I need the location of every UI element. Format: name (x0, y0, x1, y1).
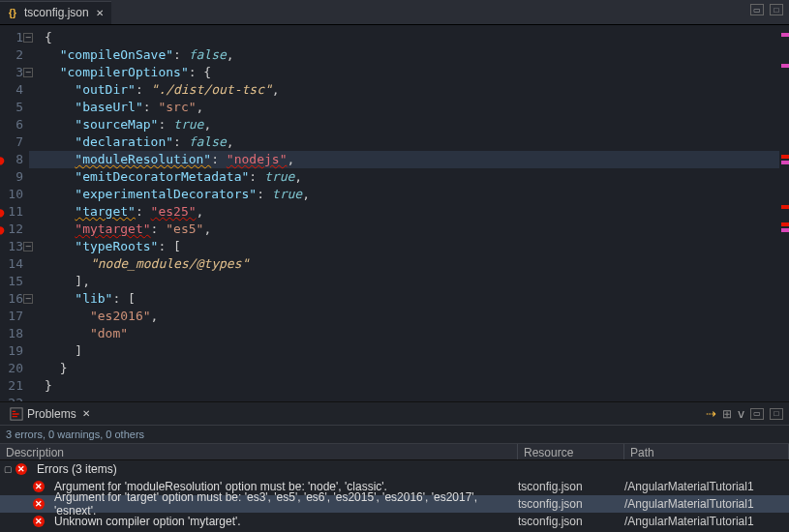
link-icon[interactable]: ⇢ (706, 406, 716, 421)
editor-tab-bar: {} tsconfig.json ✕ ▭ □ (0, 0, 789, 25)
focus-icon[interactable]: ⊞ (722, 407, 732, 421)
tab-title: tsconfig.json (24, 6, 89, 19)
minimize-icon[interactable]: ▭ (750, 4, 764, 15)
problems-list: ▢✕Errors (3 items)✕Argument for 'moduleR… (0, 460, 789, 530)
json-file-icon: {} (6, 6, 19, 19)
overview-ruler (779, 25, 789, 401)
code-area[interactable]: { "compileOnSave": false, "compilerOptio… (29, 25, 779, 401)
problem-row[interactable]: ✕Unknown compiler option 'mytarget'.tsco… (0, 513, 789, 530)
close-icon[interactable]: ✕ (96, 8, 104, 18)
col-resource[interactable]: Resource (518, 444, 624, 459)
tab-problems[interactable]: Problems ✕ (4, 403, 96, 425)
problems-summary: 3 errors, 0 warnings, 0 others (0, 426, 789, 443)
code-editor[interactable]: 12345678910111213141516171819202122 { "c… (0, 25, 789, 401)
minimize-icon[interactable]: ▭ (750, 408, 764, 420)
col-description[interactable]: Description (0, 444, 518, 459)
panel-tab-bar: Problems ✕ ⇢ ⊞ ⅴ ▭ □ (0, 402, 789, 426)
close-icon[interactable]: ✕ (82, 408, 90, 419)
problems-tab-label: Problems (27, 407, 76, 421)
view-menu-icon[interactable]: ⅴ (738, 407, 744, 421)
col-path[interactable]: Path (624, 444, 789, 459)
maximize-icon[interactable]: □ (770, 4, 783, 15)
editor-tab[interactable]: {} tsconfig.json ✕ (0, 1, 111, 24)
line-number-gutter: 12345678910111213141516171819202122 (0, 25, 29, 401)
problem-row[interactable]: ✕Argument for 'target' option must be: '… (0, 495, 789, 513)
problems-panel: Problems ✕ ⇢ ⊞ ⅴ ▭ □ 3 errors, 0 warning… (0, 401, 789, 532)
problems-header: Description Resource Path (0, 443, 789, 460)
problems-icon (10, 407, 23, 421)
maximize-icon[interactable]: □ (770, 408, 783, 420)
error-group[interactable]: ▢✕Errors (3 items) (0, 460, 789, 478)
